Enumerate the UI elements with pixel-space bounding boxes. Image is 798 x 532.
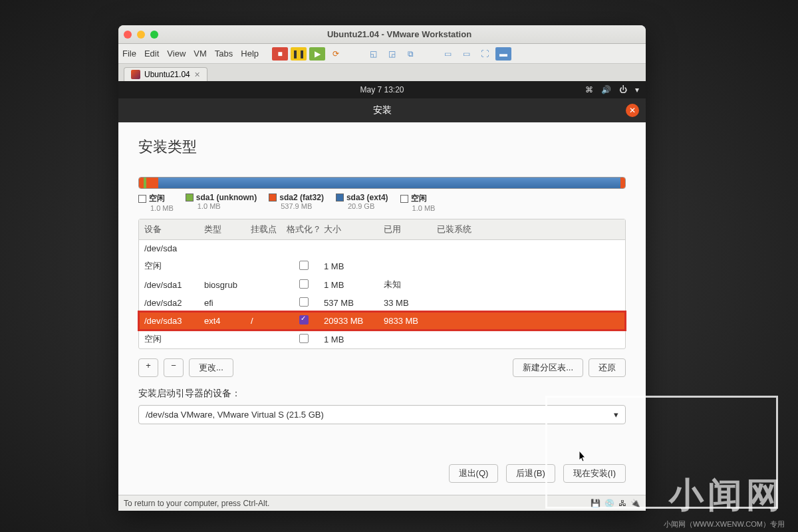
thumbnail-icon[interactable]: ▬: [495, 47, 511, 61]
revert-button[interactable]: 还原: [589, 358, 626, 377]
format-checkbox[interactable]: [299, 297, 309, 307]
table-row[interactable]: /dev/sda2efi537 MB33 MB: [139, 294, 625, 312]
bootloader-value: /dev/sda VMware, VMware Virtual S (21.5 …: [146, 410, 324, 420]
maximize-window-icon[interactable]: [150, 31, 158, 39]
vm-screen: May 7 13:20 ⌘ 🔊 ⏻ ▾ 安装 ✕ 安装类型 空闲1.0 MBsd…: [118, 81, 646, 495]
cd-icon[interactable]: 💿: [604, 499, 614, 508]
tab-close-icon[interactable]: ✕: [194, 70, 200, 79]
titlebar: Ubuntu21.04 - VMware Workstation: [118, 25, 646, 44]
usb-icon[interactable]: 🔌: [630, 499, 640, 508]
legend-item[interactable]: sda3 (ext4)20.9 GB: [336, 193, 388, 212]
power-icon: ⏻: [619, 85, 627, 94]
footer-buttons: 退出(Q) 后退(B) 现在安装(I): [449, 464, 626, 483]
partition-table: 设备 类型 挂载点 格式化？ 大小 已用 已装系统 /dev/sda空闲1 MB…: [138, 219, 626, 349]
volume-icon: 🔊: [601, 85, 611, 94]
disk-bar[interactable]: [138, 177, 626, 189]
format-checkbox[interactable]: [299, 334, 309, 343]
legend-item[interactable]: sda2 (fat32)537.9 MB: [269, 193, 324, 212]
quit-button[interactable]: 退出(Q): [449, 464, 499, 483]
menubar: File Edit View VM Tabs Help ■ ❚❚ ▶ ⟳ ◱ ◲…: [118, 44, 646, 64]
table-row[interactable]: /dev/sda3ext4/20933 MB9833 MB: [139, 312, 625, 330]
table-row[interactable]: /dev/sda: [139, 240, 625, 257]
hdr-format: 格式化？: [284, 223, 324, 235]
statusbar-text: To return to your computer, press Ctrl-A…: [124, 499, 269, 508]
remove-button[interactable]: −: [164, 358, 184, 377]
network-icon: ⌘: [585, 85, 593, 94]
hdr-size: 大小: [324, 223, 384, 235]
pause-icon[interactable]: ❚❚: [291, 47, 307, 61]
legend-item[interactable]: 空闲1.0 MB: [400, 193, 436, 212]
chevron-down-icon: ▾: [614, 410, 618, 420]
segment-free-2: [620, 178, 625, 188]
spacer: [346, 47, 362, 61]
snapshot-icon[interactable]: ◱: [365, 47, 381, 61]
network-adapter-icon[interactable]: 🖧: [618, 499, 626, 508]
window-title: Ubuntu21.04 - VMware Workstation: [158, 29, 640, 39]
close-icon[interactable]: ✕: [626, 104, 639, 117]
new-table-button[interactable]: 新建分区表...: [513, 358, 583, 377]
device-status-icons: 💾 💿 🖧 🔌: [591, 499, 640, 508]
bootloader-label: 安装启动引导器的设备：: [138, 388, 626, 400]
table-header: 设备 类型 挂载点 格式化？ 大小 已用 已装系统: [139, 219, 625, 240]
segment-sda2: [146, 178, 158, 188]
hdr-used: 已用: [384, 223, 437, 235]
table-row[interactable]: 空闲1 MB: [139, 257, 625, 275]
window-controls: [124, 31, 158, 39]
segment-sda3: [158, 178, 620, 188]
installer-titlebar: 安装 ✕: [118, 98, 646, 122]
bootloader-section: 安装启动引导器的设备： /dev/sda VMware, VMware Virt…: [138, 388, 626, 424]
hdr-type: 类型: [204, 223, 251, 235]
chevron-down-icon: ▾: [635, 85, 639, 94]
menu-edit[interactable]: Edit: [144, 49, 159, 59]
stop-icon[interactable]: ■: [272, 47, 288, 61]
legend: 空闲1.0 MBsda1 (unknown)1.0 MBsda2 (fat32)…: [138, 193, 626, 212]
tab-label: Ubuntu21.04: [144, 70, 190, 79]
snapshot-manage-icon[interactable]: ◲: [384, 47, 400, 61]
refresh-icon[interactable]: ⟳: [328, 47, 344, 61]
menu-tabs[interactable]: Tabs: [215, 49, 233, 59]
install-button[interactable]: 现在安装(I): [563, 464, 626, 483]
add-button[interactable]: +: [138, 358, 158, 377]
format-checkbox[interactable]: [299, 315, 309, 325]
table-row[interactable]: /dev/sda1biosgrub1 MB未知: [139, 275, 625, 294]
spacer: [421, 47, 437, 61]
vm-tab[interactable]: Ubuntu21.04 ✕: [124, 67, 207, 81]
fullscreen-icon[interactable]: ▭: [440, 47, 456, 61]
clock[interactable]: May 7 13:20: [360, 85, 404, 94]
snapshot-revert-icon[interactable]: ⧉: [402, 47, 418, 61]
hdr-mount: 挂载点: [251, 223, 284, 235]
close-window-icon[interactable]: [124, 31, 132, 39]
hdr-system: 已装系统: [437, 223, 620, 235]
hdd-icon[interactable]: 💾: [591, 499, 600, 508]
legend-item[interactable]: sda1 (unknown)1.0 MB: [186, 193, 257, 212]
unity-icon[interactable]: ▭: [458, 47, 474, 61]
installer-title: 安装: [373, 104, 392, 116]
back-button[interactable]: 后退(B): [506, 464, 555, 483]
minimize-window-icon[interactable]: [137, 31, 145, 39]
bootloader-select[interactable]: /dev/sda VMware, VMware Virtual S (21.5 …: [138, 405, 626, 424]
menu-vm[interactable]: VM: [194, 49, 207, 59]
legend-item[interactable]: 空闲1.0 MB: [138, 193, 174, 212]
watermark-text: 小闻网: [669, 472, 785, 519]
tabbar: Ubuntu21.04 ✕: [118, 64, 646, 81]
watermark-sub: 小闻网（WWW.XWENW.COM）专用: [664, 519, 785, 529]
format-checkbox[interactable]: [299, 279, 309, 289]
section-title: 安装类型: [138, 137, 626, 157]
change-button[interactable]: 更改...: [189, 358, 233, 377]
menu-help[interactable]: Help: [241, 49, 259, 59]
hdr-device: 设备: [144, 223, 204, 235]
vmware-window: Ubuntu21.04 - VMware Workstation File Ed…: [118, 25, 646, 511]
menu-file[interactable]: File: [122, 49, 136, 59]
gnome-topbar: May 7 13:20 ⌘ 🔊 ⏻ ▾: [118, 81, 646, 98]
menu-view[interactable]: View: [167, 49, 186, 59]
expand-icon[interactable]: ⛶: [477, 47, 493, 61]
table-controls: + − 更改... 新建分区表... 还原: [138, 358, 626, 377]
segment-free-1: [139, 178, 144, 188]
ubuntu-icon: [131, 70, 140, 79]
statusbar: To return to your computer, press Ctrl-A…: [118, 495, 646, 511]
format-checkbox[interactable]: [299, 261, 309, 270]
gnome-system-menu[interactable]: ⌘ 🔊 ⏻ ▾: [585, 85, 639, 94]
toolbar: ■ ❚❚ ▶ ⟳ ◱ ◲ ⧉ ▭ ▭ ⛶ ▬: [272, 47, 511, 61]
table-row[interactable]: 空闲1 MB: [139, 330, 625, 348]
play-icon[interactable]: ▶: [309, 47, 325, 61]
